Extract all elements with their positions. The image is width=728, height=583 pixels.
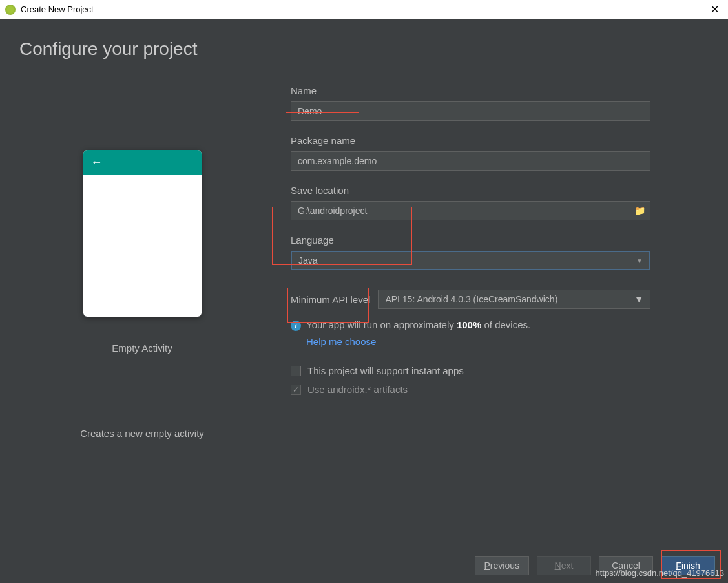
min-api-label: Minimum API level: [291, 294, 370, 305]
android-studio-icon: [5, 5, 16, 15]
instant-apps-label: This project will support instant apps: [307, 365, 464, 376]
chevron-down-icon: ▼: [636, 257, 643, 264]
help-me-choose-link[interactable]: Help me choose: [306, 336, 376, 347]
package-name-input[interactable]: [291, 151, 650, 171]
language-select[interactable]: Java ▼: [291, 251, 650, 270]
dialog-footer: Previous Next Cancel Finish: [0, 547, 728, 583]
androidx-label: Use androidx.* artifacts: [307, 384, 408, 395]
min-api-select[interactable]: API 15: Android 4.0.3 (IceCreamSandwich)…: [378, 290, 650, 309]
template-name: Empty Activity: [112, 343, 172, 354]
chevron-down-icon: ▼: [634, 294, 643, 304]
instant-apps-checkbox[interactable]: [291, 366, 301, 376]
min-api-value: API 15: Android 4.0.3 (IceCreamSandwich): [385, 294, 557, 304]
androidx-checkbox: [291, 385, 301, 395]
name-label: Name: [291, 85, 650, 96]
template-preview: ←: [83, 150, 202, 317]
info-icon: i: [291, 321, 301, 331]
folder-icon[interactable]: 📁: [634, 206, 645, 216]
template-description: Creates a new empty activity: [80, 428, 204, 439]
device-coverage-text: Your app will run on approximately 100% …: [306, 319, 530, 330]
next-button: Next: [537, 556, 591, 575]
page-title: Configure your project: [19, 39, 709, 59]
save-location-label: Save location: [291, 185, 650, 196]
preview-appbar: ←: [83, 150, 202, 175]
save-location-input[interactable]: [291, 201, 650, 220]
name-input[interactable]: [291, 101, 650, 121]
finish-button[interactable]: Finish: [661, 556, 715, 575]
close-icon[interactable]: ✕: [707, 3, 723, 16]
language-label: Language: [291, 235, 650, 246]
previous-button[interactable]: Previous: [475, 556, 529, 575]
package-name-label: Package name: [291, 135, 650, 146]
window-title: Create New Project: [21, 5, 707, 14]
back-arrow-icon: ←: [91, 156, 103, 169]
cancel-button[interactable]: Cancel: [599, 556, 653, 575]
language-value: Java: [298, 255, 318, 266]
titlebar: Create New Project ✕: [0, 0, 728, 19]
